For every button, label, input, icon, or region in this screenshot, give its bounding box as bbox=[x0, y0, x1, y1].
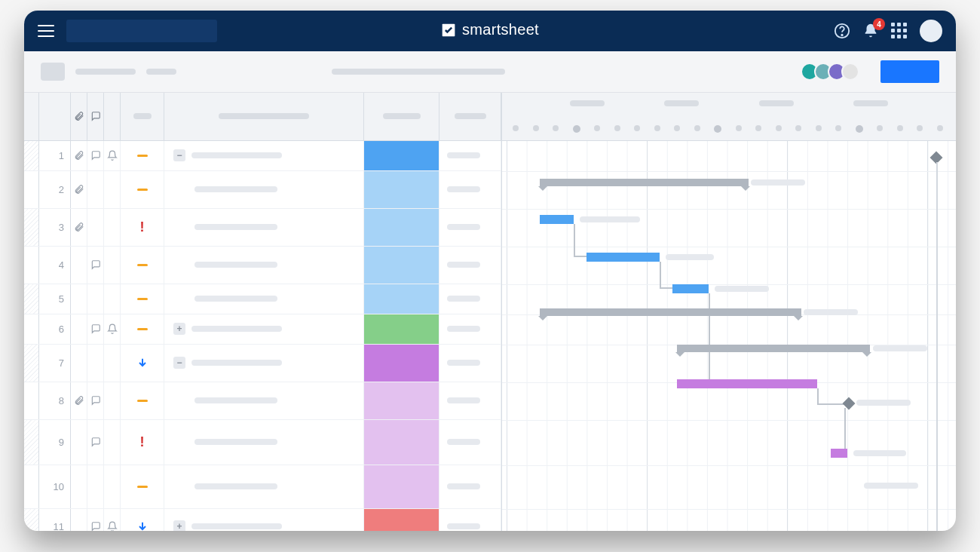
table-row[interactable]: 11+ bbox=[24, 509, 501, 531]
priority-cell[interactable] bbox=[121, 171, 164, 208]
priority-cell[interactable] bbox=[121, 284, 164, 314]
comment-cell[interactable] bbox=[87, 382, 104, 419]
attachment-cell[interactable] bbox=[71, 209, 87, 246]
priority-cell[interactable] bbox=[121, 141, 164, 170]
comment-cell[interactable] bbox=[87, 314, 104, 344]
note-cell[interactable] bbox=[439, 345, 501, 382]
status-cell[interactable] bbox=[364, 420, 439, 465]
task-cell[interactable] bbox=[164, 284, 364, 314]
toolbar-item[interactable] bbox=[146, 69, 176, 75]
priority-header[interactable] bbox=[121, 93, 164, 140]
note-cell[interactable] bbox=[439, 509, 501, 531]
expand-toggle[interactable]: + bbox=[173, 520, 185, 531]
gantt-task-bar[interactable] bbox=[586, 253, 660, 262]
attachment-header[interactable] bbox=[71, 93, 87, 140]
comment-cell[interactable] bbox=[87, 247, 104, 284]
status-cell[interactable] bbox=[364, 465, 439, 508]
expand-toggle[interactable]: − bbox=[173, 357, 185, 369]
note-cell[interactable] bbox=[439, 209, 501, 246]
table-row[interactable]: 6+ bbox=[24, 314, 501, 345]
gantt-summary-bar[interactable] bbox=[677, 345, 870, 352]
table-row[interactable]: 7− bbox=[24, 345, 501, 382]
gantt-task-bar[interactable] bbox=[677, 379, 817, 388]
apps-icon[interactable] bbox=[891, 23, 908, 39]
table-row[interactable]: 9! bbox=[24, 420, 501, 465]
comment-cell[interactable] bbox=[87, 509, 104, 531]
gantt-summary-bar[interactable] bbox=[540, 308, 801, 316]
collaborators[interactable] bbox=[805, 63, 859, 81]
status-cell[interactable] bbox=[364, 141, 439, 170]
status-cell[interactable] bbox=[364, 171, 439, 208]
gantt-summary-bar[interactable] bbox=[540, 179, 749, 186]
notifications-icon[interactable]: 4 bbox=[862, 23, 879, 39]
table-row[interactable]: 10 bbox=[24, 465, 501, 509]
expand-toggle[interactable]: − bbox=[173, 149, 185, 161]
reminder-cell[interactable] bbox=[104, 314, 121, 344]
table-row[interactable]: 3! bbox=[24, 209, 501, 247]
priority-cell[interactable]: ! bbox=[121, 420, 164, 465]
share-button[interactable] bbox=[880, 60, 939, 83]
table-row[interactable]: 8 bbox=[24, 382, 501, 420]
priority-cell[interactable] bbox=[121, 465, 164, 508]
toolbar-item[interactable] bbox=[75, 69, 136, 75]
status-cell[interactable] bbox=[364, 345, 439, 382]
status-cell[interactable] bbox=[364, 382, 439, 419]
comment-cell[interactable] bbox=[87, 420, 104, 465]
status-cell[interactable] bbox=[364, 209, 439, 246]
priority-cell[interactable] bbox=[121, 314, 164, 344]
priority-cell[interactable] bbox=[121, 345, 164, 382]
status-header[interactable] bbox=[364, 93, 439, 140]
task-cell[interactable] bbox=[164, 382, 364, 419]
table-row[interactable]: 5 bbox=[24, 284, 501, 314]
status-cell[interactable] bbox=[364, 247, 439, 284]
attachment-cell[interactable] bbox=[71, 382, 87, 419]
table-row[interactable]: 4 bbox=[24, 247, 501, 284]
status-cell[interactable] bbox=[364, 284, 439, 314]
note-cell[interactable] bbox=[439, 171, 501, 208]
note-cell[interactable] bbox=[439, 420, 501, 465]
attachment-cell[interactable] bbox=[71, 171, 87, 208]
priority-cell[interactable] bbox=[121, 509, 164, 531]
comment-cell[interactable] bbox=[87, 141, 104, 170]
reminder-cell[interactable] bbox=[104, 509, 121, 531]
status-cell[interactable] bbox=[364, 509, 439, 531]
status-cell[interactable] bbox=[364, 314, 439, 344]
reminder-cell[interactable] bbox=[104, 141, 121, 170]
table-row[interactable]: 1− bbox=[24, 141, 501, 171]
attachment-cell[interactable] bbox=[71, 141, 87, 170]
task-cell[interactable]: + bbox=[164, 509, 364, 531]
expand-toggle[interactable]: + bbox=[173, 323, 185, 335]
note-cell[interactable] bbox=[439, 284, 501, 314]
table-row[interactable]: 2 bbox=[24, 171, 501, 209]
priority-cell[interactable] bbox=[121, 247, 164, 284]
toolbar-button[interactable] bbox=[41, 63, 65, 81]
task-header[interactable] bbox=[164, 93, 364, 140]
task-cell[interactable] bbox=[164, 420, 364, 465]
task-cell[interactable] bbox=[164, 247, 364, 284]
note-cell[interactable] bbox=[439, 465, 501, 508]
priority-cell[interactable] bbox=[121, 382, 164, 419]
comments-header[interactable] bbox=[87, 93, 104, 140]
gantt-task-bar[interactable] bbox=[540, 215, 574, 224]
sheet-title[interactable] bbox=[332, 69, 505, 75]
search-input[interactable] bbox=[66, 20, 217, 42]
note-cell[interactable] bbox=[439, 314, 501, 344]
gantt-task-bar[interactable] bbox=[831, 449, 847, 458]
task-cell[interactable]: − bbox=[164, 345, 364, 382]
gantt-task-bar[interactable] bbox=[672, 284, 709, 293]
priority-cell[interactable]: ! bbox=[121, 209, 164, 246]
note-cell[interactable] bbox=[439, 382, 501, 419]
note-cell[interactable] bbox=[439, 141, 501, 170]
note-header[interactable] bbox=[439, 93, 501, 140]
collaborator-avatar[interactable] bbox=[841, 63, 859, 81]
task-cell[interactable] bbox=[164, 171, 364, 208]
task-cell[interactable]: + bbox=[164, 314, 364, 344]
task-cell[interactable]: − bbox=[164, 141, 364, 170]
task-cell[interactable] bbox=[164, 209, 364, 246]
task-cell[interactable] bbox=[164, 465, 364, 508]
note-cell[interactable] bbox=[439, 247, 501, 284]
help-icon[interactable] bbox=[834, 23, 850, 39]
menu-icon[interactable] bbox=[38, 25, 54, 37]
gantt-area[interactable] bbox=[502, 141, 956, 531]
user-avatar[interactable] bbox=[920, 20, 942, 42]
